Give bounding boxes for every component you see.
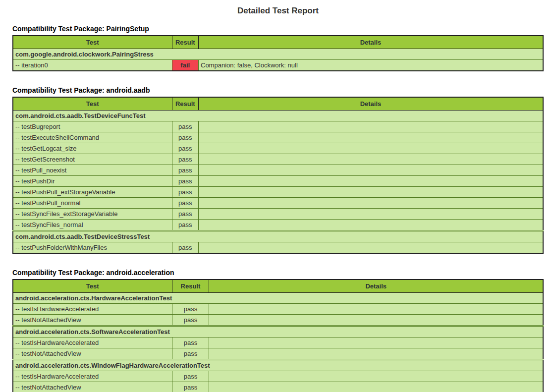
test-details <box>209 348 543 360</box>
column-header-test: Test <box>13 36 172 49</box>
test-result: fail <box>172 60 199 71</box>
test-row: -- iteration0failCompanion: false, Clock… <box>13 60 543 71</box>
test-name: -- testIsHardwareAccelerated <box>13 371 172 382</box>
test-result: pass <box>172 315 209 326</box>
test-result: pass <box>172 220 199 231</box>
test-row: -- testPushPull_normalpass <box>13 198 543 209</box>
test-result: pass <box>172 242 199 254</box>
test-result: pass <box>172 121 199 132</box>
packages-container: Compatibility Test Package: PairingSetup… <box>12 25 544 392</box>
test-details <box>199 209 544 220</box>
test-details <box>209 337 543 348</box>
test-name: -- testBugreport <box>13 121 172 132</box>
test-name: -- testIsHardwareAccelerated <box>13 337 172 348</box>
test-result: pass <box>172 187 199 198</box>
test-result: pass <box>172 371 209 382</box>
module-row: com.google.android.clockwork.PairingStre… <box>13 49 543 60</box>
test-details <box>209 371 543 382</box>
test-result: pass <box>172 132 199 143</box>
module-row: com.android.cts.aadb.TestDeviceFuncTest <box>13 111 543 121</box>
test-result: pass <box>172 209 199 220</box>
test-row: -- testPull_noexistpass <box>13 165 543 176</box>
test-row: -- testGetScreenshotpass <box>13 154 543 165</box>
module-row: com.android.cts.aadb.TestDeviceStressTes… <box>13 231 543 242</box>
module-name: com.android.cts.aadb.TestDeviceStressTes… <box>13 231 543 242</box>
results-table: Test Result Details com.google.android.c… <box>12 35 544 71</box>
test-details <box>199 176 544 187</box>
test-details <box>209 315 543 326</box>
test-row: -- testIsHardwareAcceleratedpass <box>13 304 543 315</box>
test-name: -- testGetScreenshot <box>13 154 172 165</box>
package-section: Compatibility Test Package: android.aadb… <box>12 86 544 254</box>
column-header-details: Details <box>199 36 544 49</box>
test-result: pass <box>172 198 199 209</box>
test-name: -- testPushDir <box>13 176 172 187</box>
test-row: -- testPushDirpass <box>13 176 543 187</box>
table-header-row: Test Result Details <box>13 280 543 293</box>
results-table-body: com.google.android.clockwork.PairingStre… <box>13 49 543 71</box>
module-name: android.acceleration.cts.WindowFlagHardw… <box>13 360 543 371</box>
column-header-test: Test <box>13 97 172 111</box>
test-details <box>199 154 544 165</box>
test-name: -- testExecuteShellCommand <box>13 132 172 143</box>
package-heading: Compatibility Test Package: android.aadb <box>12 86 544 94</box>
test-row: -- testGetLogcat_sizepass <box>13 143 543 154</box>
test-row: -- testExecuteShellCommandpass <box>13 132 543 143</box>
test-name: -- iteration0 <box>13 60 172 71</box>
test-name: -- testPushPull_extStorageVariable <box>13 187 172 198</box>
test-details <box>199 242 544 254</box>
column-header-test: Test <box>13 280 172 293</box>
test-name: -- testSyncFiles_extStorageVariable <box>13 209 172 220</box>
test-row: -- testNotAttachedViewpass <box>13 382 543 392</box>
test-result: pass <box>172 143 199 154</box>
test-name: -- testPushPull_normal <box>13 198 172 209</box>
test-details <box>199 121 544 132</box>
test-details <box>199 198 544 209</box>
module-name: com.google.android.clockwork.PairingStre… <box>13 49 543 60</box>
test-row: -- testNotAttachedViewpass <box>13 348 543 360</box>
package-heading: Compatibility Test Package: android.acce… <box>12 269 544 277</box>
results-table: Test Result Details android.acceleration… <box>12 279 544 392</box>
module-name: android.acceleration.cts.HardwareAcceler… <box>13 293 543 304</box>
test-result: pass <box>172 154 199 165</box>
package-section: Compatibility Test Package: PairingSetup… <box>12 25 544 71</box>
test-name: -- testIsHardwareAccelerated <box>13 304 172 315</box>
results-table-body: android.acceleration.cts.HardwareAcceler… <box>13 293 543 392</box>
column-header-details: Details <box>199 97 544 111</box>
test-row: -- testIsHardwareAcceleratedpass <box>13 371 543 382</box>
table-header-row: Test Result Details <box>13 36 543 49</box>
test-details <box>199 220 544 231</box>
test-details <box>199 165 544 176</box>
module-row: android.acceleration.cts.SoftwareAcceler… <box>13 326 543 337</box>
column-header-details: Details <box>209 280 543 293</box>
test-name: -- testNotAttachedView <box>13 315 172 326</box>
module-name: com.android.cts.aadb.TestDeviceFuncTest <box>13 111 543 121</box>
test-row: -- testPushPull_extStorageVariablepass <box>13 187 543 198</box>
column-header-result: Result <box>172 97 199 111</box>
results-table-body: com.android.cts.aadb.TestDeviceFuncTest-… <box>13 111 543 254</box>
test-result: pass <box>172 165 199 176</box>
page-title: Detailed Test Report <box>12 6 544 16</box>
module-name: android.acceleration.cts.SoftwareAcceler… <box>13 326 543 337</box>
test-name: -- testNotAttachedView <box>13 382 172 392</box>
test-details <box>209 304 543 315</box>
column-header-result: Result <box>172 36 199 49</box>
package-heading: Compatibility Test Package: PairingSetup <box>12 25 544 33</box>
test-result: pass <box>172 382 209 392</box>
test-details <box>199 132 544 143</box>
test-result: pass <box>172 176 199 187</box>
test-details: Companion: false, Clockwork: null <box>199 60 544 71</box>
column-header-result: Result <box>172 280 209 293</box>
table-header-row: Test Result Details <box>13 97 543 111</box>
module-row: android.acceleration.cts.WindowFlagHardw… <box>13 360 543 371</box>
test-row: -- testPushFolderWithManyFilespass <box>13 242 543 254</box>
test-row: -- testSyncFiles_extStorageVariablepass <box>13 209 543 220</box>
test-result: pass <box>172 337 209 348</box>
test-name: -- testPull_noexist <box>13 165 172 176</box>
results-table: Test Result Details com.android.cts.aadb… <box>12 97 544 254</box>
test-name: -- testGetLogcat_size <box>13 143 172 154</box>
test-details <box>199 143 544 154</box>
test-row: -- testSyncFiles_normalpass <box>13 220 543 231</box>
test-row: -- testIsHardwareAcceleratedpass <box>13 337 543 348</box>
package-section: Compatibility Test Package: android.acce… <box>12 269 544 392</box>
